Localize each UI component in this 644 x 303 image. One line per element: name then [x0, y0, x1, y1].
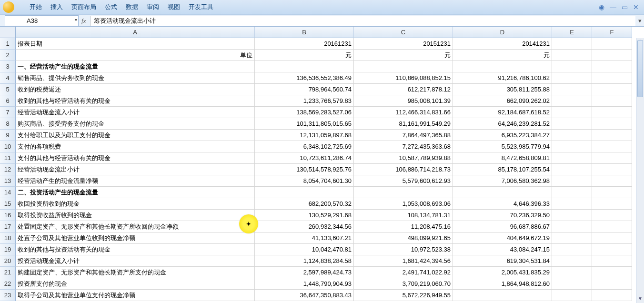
col-header-F[interactable]: F [592, 27, 632, 38]
cell-B14[interactable] [255, 187, 354, 198]
row-header-18[interactable]: 18 [0, 232, 16, 244]
cell-E7[interactable] [552, 107, 592, 118]
cell-D17[interactable]: 96,687,886.67 [453, 221, 552, 232]
cell-E8[interactable] [552, 118, 592, 130]
cell-B21[interactable]: 2,597,989,424.73 [255, 267, 354, 278]
ribbon-tab-7[interactable]: 开发工具 [189, 3, 213, 11]
cell-D1[interactable]: 20141231 [453, 38, 552, 50]
cell-D12[interactable]: 85,178,107,255.54 [453, 164, 552, 175]
cell-B16[interactable]: 130,529,291.68 [255, 210, 354, 221]
cell-E19[interactable] [552, 244, 592, 255]
cell-F4[interactable] [592, 72, 632, 84]
row-header-22[interactable]: 22 [0, 278, 16, 290]
cell-B1[interactable]: 20161231 [255, 38, 354, 50]
row-header-1[interactable]: 1 [0, 38, 16, 50]
cell-A19[interactable]: 收到的其他与投资活动有关的现金 [16, 244, 255, 255]
cell-C6[interactable]: 985,008,101.39 [354, 95, 453, 107]
cell-D18[interactable]: 404,649,672.19 [453, 232, 552, 244]
row-header-15[interactable]: 15 [0, 198, 16, 210]
cell-A21[interactable]: 购建固定资产、无形资产和其他长期资产所支付的现金 [16, 267, 255, 278]
cell-F14[interactable] [592, 187, 632, 198]
app-logo-icon[interactable] [3, 1, 14, 13]
cell-B9[interactable]: 12,131,059,897.68 [255, 130, 354, 141]
cell-C2[interactable]: 元 [354, 50, 453, 61]
cell-C12[interactable]: 106,886,714,218.73 [354, 164, 453, 175]
cell-D11[interactable]: 8,472,658,809.81 [453, 152, 552, 164]
cell-F15[interactable] [592, 198, 632, 210]
cell-D6[interactable]: 662,090,262.02 [453, 95, 552, 107]
cell-B17[interactable]: 260,932,344.56 [255, 221, 354, 232]
ribbon-tab-5[interactable]: 审阅 [147, 3, 159, 11]
cell-C16[interactable]: 108,134,781.31 [354, 210, 453, 221]
cell-E18[interactable] [552, 232, 592, 244]
cell-A16[interactable]: 取得投资收益所收到的现金 [16, 210, 255, 221]
cell-C1[interactable]: 20151231 [354, 38, 453, 50]
cell-B23[interactable]: 36,647,350,883.43 [255, 290, 354, 301]
cell-B2[interactable]: 元 [255, 50, 354, 61]
cell-E17[interactable] [552, 221, 592, 232]
ribbon-tab-6[interactable]: 视图 [168, 3, 180, 11]
row-header-3[interactable]: 3 [0, 61, 16, 72]
cell-C4[interactable]: 110,869,088,852.15 [354, 72, 453, 84]
cell-D5[interactable]: 305,811,255.88 [453, 84, 552, 95]
row-header-6[interactable]: 6 [0, 95, 16, 107]
cell-D3[interactable] [453, 61, 552, 72]
cell-E22[interactable] [552, 278, 592, 290]
row-header-23[interactable]: 23 [0, 290, 16, 301]
ribbon-tab-3[interactable]: 公式 [105, 3, 117, 11]
row-header-13[interactable]: 13 [0, 175, 16, 187]
ribbon-tab-1[interactable]: 插入 [50, 3, 63, 11]
cell-C21[interactable]: 2,491,741,022.92 [354, 267, 453, 278]
cell-C8[interactable]: 81,161,991,549.29 [354, 118, 453, 130]
row-header-5[interactable]: 5 [0, 84, 16, 95]
cell-C9[interactable]: 7,864,497,365.88 [354, 130, 453, 141]
cell-E15[interactable] [552, 198, 592, 210]
row-header-10[interactable]: 10 [0, 141, 16, 152]
cell-B5[interactable]: 798,964,560.74 [255, 84, 354, 95]
cell-F6[interactable] [592, 95, 632, 107]
cell-F11[interactable] [592, 152, 632, 164]
cell-A12[interactable]: 经营活动现金流出小计 [16, 164, 255, 175]
cell-A22[interactable]: 投资所支付的现金 [16, 278, 255, 290]
cell-B10[interactable]: 6,348,102,725.69 [255, 141, 354, 152]
cell-D7[interactable]: 92,184,687,618.52 [453, 107, 552, 118]
cell-F9[interactable] [592, 130, 632, 141]
cell-C3[interactable] [354, 61, 453, 72]
cell-A11[interactable]: 支付的其他与经营活动有关的现金 [16, 152, 255, 164]
cell-F3[interactable] [592, 61, 632, 72]
cell-B11[interactable]: 10,723,611,286.74 [255, 152, 354, 164]
cell-B6[interactable]: 1,233,766,579.83 [255, 95, 354, 107]
cell-F17[interactable] [592, 221, 632, 232]
cell-E21[interactable] [552, 267, 592, 278]
row-header-8[interactable]: 8 [0, 118, 16, 130]
col-header-D[interactable]: D [453, 27, 552, 38]
cell-F19[interactable] [592, 244, 632, 255]
cell-D15[interactable]: 4,646,396.33 [453, 198, 552, 210]
cell-B22[interactable]: 1,448,790,904.93 [255, 278, 354, 290]
cell-A10[interactable]: 支付的各项税费 [16, 141, 255, 152]
cell-A5[interactable]: 收到的税费返还 [16, 84, 255, 95]
cell-F21[interactable] [592, 267, 632, 278]
row-header-4[interactable]: 4 [0, 72, 16, 84]
cells-area[interactable]: 报表日期201612312015123120141231单位元元元一、经营活动产… [16, 38, 632, 301]
cell-E9[interactable] [552, 130, 592, 141]
row-header-21[interactable]: 21 [0, 267, 16, 278]
cell-C10[interactable]: 7,272,435,363.68 [354, 141, 453, 152]
ribbon-tab-4[interactable]: 数据 [126, 3, 138, 11]
col-header-B[interactable]: B [255, 27, 354, 38]
cell-A2[interactable]: 单位 [16, 50, 255, 61]
cell-F7[interactable] [592, 107, 632, 118]
cell-C13[interactable]: 5,579,600,612.93 [354, 175, 453, 187]
cell-B18[interactable]: 41,133,607.21 [255, 232, 354, 244]
row-header-17[interactable]: 17 [0, 221, 16, 232]
cell-D19[interactable]: 43,084,247.15 [453, 244, 552, 255]
cell-A20[interactable]: 投资活动现金流入小计 [16, 255, 255, 267]
cell-B20[interactable]: 1,124,838,284.58 [255, 255, 354, 267]
cell-F16[interactable] [592, 210, 632, 221]
cell-E3[interactable] [552, 61, 592, 72]
cell-D21[interactable]: 2,005,431,835.29 [453, 267, 552, 278]
cell-C15[interactable]: 1,053,008,693.06 [354, 198, 453, 210]
help-icon[interactable]: ◉ [598, 4, 605, 10]
cell-E13[interactable] [552, 175, 592, 187]
scroll-down-icon[interactable]: ▼ [636, 296, 644, 303]
